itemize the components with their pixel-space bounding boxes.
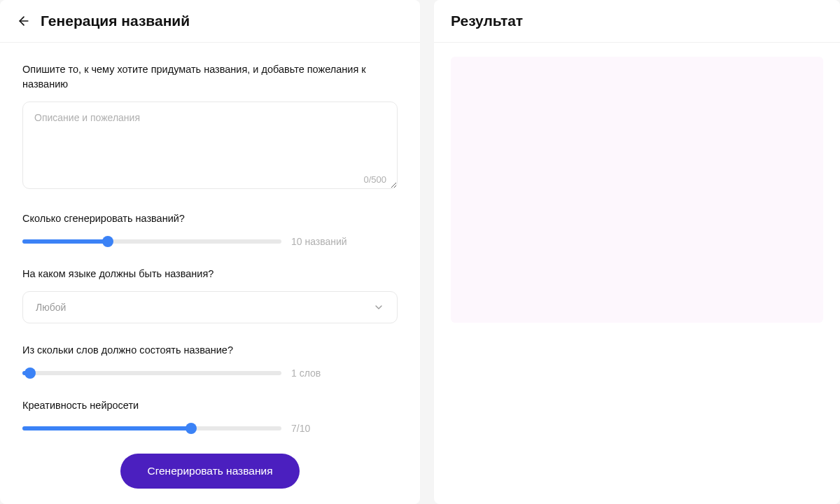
result-area xyxy=(451,57,823,323)
creativity-slider-row: 7/10 xyxy=(22,423,398,434)
language-select[interactable]: Любой xyxy=(22,291,398,323)
count-slider-value: 10 названий xyxy=(291,236,347,247)
result-header: Результат xyxy=(434,0,840,43)
creativity-slider-value: 7/10 xyxy=(291,423,310,434)
description-wrapper: 0/500 xyxy=(22,102,398,192)
words-slider-thumb[interactable] xyxy=(24,368,36,379)
chevron-down-icon xyxy=(373,302,384,313)
count-slider[interactable] xyxy=(22,236,281,247)
count-field: Сколько сгенерировать названий? 10 назва… xyxy=(22,211,398,247)
count-slider-row: 10 названий xyxy=(22,236,398,247)
generate-button[interactable]: Сгенерировать названия xyxy=(120,454,299,489)
language-label: На каком языке должны быть названия? xyxy=(22,267,398,281)
result-panel: Результат xyxy=(434,0,840,504)
count-slider-fill xyxy=(22,239,108,244)
words-slider-value: 1 слов xyxy=(291,368,321,379)
language-selected-value: Любой xyxy=(36,302,66,313)
form-panel: Генерация названий Опишите то, к чему хо… xyxy=(0,0,420,504)
form-header: Генерация названий xyxy=(0,0,420,43)
count-label: Сколько сгенерировать названий? xyxy=(22,211,398,226)
back-arrow-icon[interactable] xyxy=(17,14,31,28)
form-body: Опишите то, к чему хотите придумать назв… xyxy=(0,43,420,504)
words-slider-row: 1 слов xyxy=(22,368,398,379)
words-label: Из скольки слов должно состоять название… xyxy=(22,343,398,358)
page-title: Генерация названий xyxy=(41,13,190,29)
creativity-label: Креативность нейросети xyxy=(22,398,398,413)
words-slider[interactable] xyxy=(22,368,281,379)
description-label: Опишите то, к чему хотите придумать назв… xyxy=(22,62,398,92)
creativity-slider-thumb[interactable] xyxy=(186,423,197,434)
result-title: Результат xyxy=(451,13,523,29)
count-slider-thumb[interactable] xyxy=(102,236,113,247)
result-body xyxy=(434,43,840,337)
language-field: На каком языке должны быть названия? Люб… xyxy=(22,267,398,323)
creativity-slider-fill xyxy=(22,426,191,430)
words-slider-track xyxy=(22,371,281,375)
creativity-field: Креативность нейросети 7/10 xyxy=(22,398,398,434)
words-field: Из скольки слов должно состоять название… xyxy=(22,343,398,379)
creativity-slider[interactable] xyxy=(22,423,281,434)
description-field: Опишите то, к чему хотите придумать назв… xyxy=(22,62,398,192)
description-input[interactable] xyxy=(22,102,398,189)
